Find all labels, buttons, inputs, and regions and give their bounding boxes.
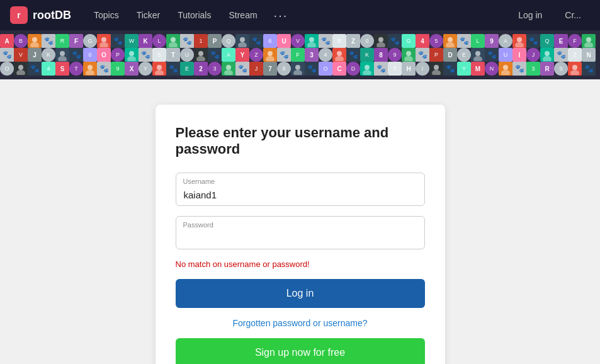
- avatar-cell[interactable]: [235, 34, 249, 48]
- avatar-cell[interactable]: 🐾: [416, 48, 429, 62]
- avatar-cell[interactable]: I: [512, 48, 526, 62]
- avatar-cell[interactable]: 🐾: [69, 48, 83, 62]
- avatar-cell[interactable]: O: [97, 48, 111, 62]
- avatar-cell[interactable]: 3: [526, 62, 540, 76]
- login-button[interactable]: Log in: [176, 279, 425, 308]
- avatar-cell[interactable]: 🐾: [485, 48, 499, 62]
- brand[interactable]: r rootDB: [10, 6, 71, 24]
- avatar-cell[interactable]: 4: [319, 48, 332, 62]
- avatar-cell[interactable]: 7: [263, 62, 277, 76]
- avatar-cell[interactable]: [152, 62, 166, 76]
- avatar-cell[interactable]: J: [249, 62, 263, 76]
- avatar-cell[interactable]: N: [582, 48, 596, 62]
- avatar-cell[interactable]: X: [125, 62, 139, 76]
- nav-more-button[interactable]: ···: [268, 6, 295, 25]
- avatar-cell[interactable]: 9: [388, 48, 402, 62]
- avatar-cell[interactable]: T: [166, 48, 180, 62]
- avatar-cell[interactable]: Y: [457, 62, 471, 76]
- avatar-cell[interactable]: Z: [249, 48, 263, 62]
- avatar-cell[interactable]: G: [83, 34, 97, 48]
- avatar-cell[interactable]: B: [332, 34, 346, 48]
- avatar-cell[interactable]: H: [402, 62, 416, 76]
- avatar-cell[interactable]: S: [55, 62, 69, 76]
- avatar-cell[interactable]: 🐾: [180, 34, 194, 48]
- avatar-cell[interactable]: U: [277, 34, 291, 48]
- avatar-cell[interactable]: S: [554, 62, 568, 76]
- avatar-cell[interactable]: [443, 34, 457, 48]
- avatar-cell[interactable]: O: [319, 62, 332, 76]
- avatar-cell[interactable]: [194, 48, 208, 62]
- avatar-cell[interactable]: U: [180, 48, 194, 62]
- avatar-cell[interactable]: [360, 62, 374, 76]
- avatar-cell[interactable]: B: [14, 34, 28, 48]
- avatar-cell[interactable]: 4: [416, 34, 429, 48]
- avatar-cell[interactable]: 🐾: [305, 62, 319, 76]
- avatar-cell[interactable]: K: [42, 48, 55, 62]
- avatar-cell[interactable]: [14, 62, 28, 76]
- avatar-cell[interactable]: U: [499, 48, 512, 62]
- avatar-cell[interactable]: [305, 34, 319, 48]
- avatar-cell[interactable]: 🐾: [554, 48, 568, 62]
- avatar-cell[interactable]: [125, 48, 139, 62]
- avatar-cell[interactable]: 9: [485, 34, 499, 48]
- avatar-cell[interactable]: Q: [222, 34, 235, 48]
- avatar-cell[interactable]: V: [291, 34, 305, 48]
- avatar-cell[interactable]: 🐾: [526, 34, 540, 48]
- username-input[interactable]: [176, 173, 425, 206]
- avatar-cell[interactable]: K: [360, 48, 374, 62]
- avatar-cell[interactable]: 🐾: [97, 62, 111, 76]
- avatar-cell[interactable]: 🐾: [139, 48, 152, 62]
- avatar-cell[interactable]: A: [499, 34, 512, 48]
- avatar-cell[interactable]: C: [332, 62, 346, 76]
- avatar-cell[interactable]: [55, 48, 69, 62]
- avatar-cell[interactable]: [512, 34, 526, 48]
- avatar-cell[interactable]: 4: [42, 62, 55, 76]
- avatar-cell[interactable]: T: [388, 62, 402, 76]
- avatar-cell[interactable]: [402, 48, 416, 62]
- avatar-cell[interactable]: L: [152, 34, 166, 48]
- avatar-cell[interactable]: 🐾: [0, 48, 14, 62]
- avatar-cell[interactable]: P: [111, 48, 125, 62]
- avatar-cell[interactable]: T: [69, 62, 83, 76]
- forgot-password-link[interactable]: Forgotten password or username?: [176, 318, 425, 328]
- avatar-cell[interactable]: N: [485, 62, 499, 76]
- avatar-cell[interactable]: 9: [111, 62, 125, 76]
- avatar-cell[interactable]: [374, 34, 388, 48]
- nav-link-ticker[interactable]: Ticker: [129, 6, 168, 24]
- avatar-cell[interactable]: [291, 62, 305, 76]
- avatar-cell[interactable]: 🐾: [512, 62, 526, 76]
- avatar-cell[interactable]: J: [526, 48, 540, 62]
- avatar-cell[interactable]: 3: [305, 48, 319, 62]
- login-nav-button[interactable]: Log in: [509, 6, 551, 24]
- signup-button[interactable]: Sign up now for free: [176, 338, 425, 364]
- avatar-cell[interactable]: J: [28, 48, 42, 62]
- nav-link-stream[interactable]: Stream: [221, 6, 264, 24]
- avatar-cell[interactable]: Z: [568, 48, 582, 62]
- avatar-cell[interactable]: G: [402, 34, 416, 48]
- avatar-cell[interactable]: 6: [263, 34, 277, 48]
- avatar-cell[interactable]: 8: [374, 48, 388, 62]
- avatar-cell[interactable]: [471, 48, 485, 62]
- avatar-cell[interactable]: [28, 34, 42, 48]
- avatar-cell[interactable]: [499, 62, 512, 76]
- avatar-cell[interactable]: Y: [235, 48, 249, 62]
- avatar-cell[interactable]: [97, 34, 111, 48]
- nav-link-tutorials[interactable]: Tutorials: [170, 6, 218, 24]
- avatar-cell[interactable]: 🐾: [111, 34, 125, 48]
- avatar-cell[interactable]: 🐾: [208, 48, 222, 62]
- avatar-cell[interactable]: E: [180, 62, 194, 76]
- avatar-cell[interactable]: R: [540, 62, 554, 76]
- avatar-cell[interactable]: Y: [139, 62, 152, 76]
- avatar-cell[interactable]: K: [139, 34, 152, 48]
- avatar-cell[interactable]: R: [55, 34, 69, 48]
- avatar-cell[interactable]: [263, 48, 277, 62]
- avatar-cell[interactable]: 1: [194, 34, 208, 48]
- avatar-cell[interactable]: [166, 34, 180, 48]
- avatar-cell[interactable]: V: [14, 48, 28, 62]
- avatar-cell[interactable]: Q: [540, 34, 554, 48]
- avatar-cell[interactable]: D: [443, 48, 457, 62]
- avatar-cell[interactable]: 🐾: [582, 62, 596, 76]
- avatar-cell[interactable]: 🐾: [443, 62, 457, 76]
- avatar-cell[interactable]: O: [0, 62, 14, 76]
- avatar-cell[interactable]: L: [471, 34, 485, 48]
